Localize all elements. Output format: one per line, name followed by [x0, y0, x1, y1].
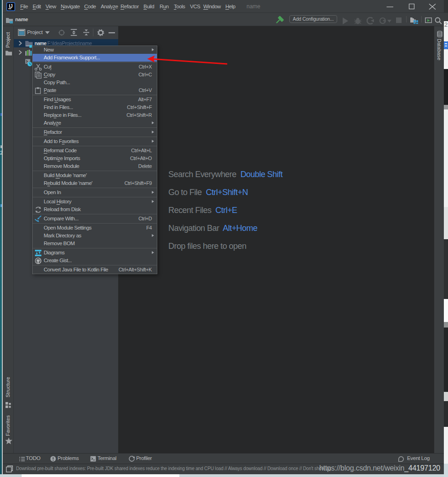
svg-text:IJ: IJ — [9, 4, 12, 9]
